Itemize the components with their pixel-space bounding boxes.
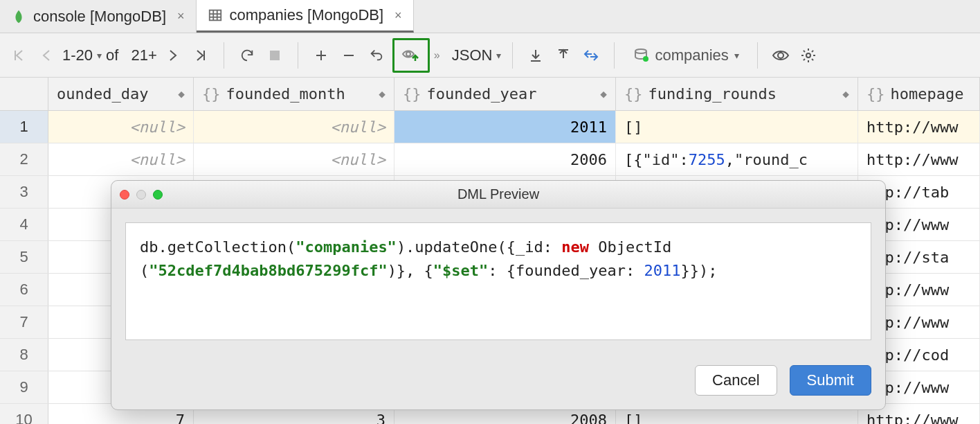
minimize-window-icon bbox=[136, 190, 146, 200]
column-header-founded-month[interactable]: {}founded_month ◆ bbox=[194, 78, 394, 110]
dml-code-preview[interactable]: db.getCollection("companies").updateOne(… bbox=[125, 222, 871, 340]
braces-icon: {} bbox=[866, 85, 885, 103]
import-button[interactable] bbox=[552, 44, 575, 67]
first-page-button[interactable] bbox=[7, 44, 30, 67]
row-number: 9 bbox=[0, 371, 48, 403]
preview-pending-button[interactable] bbox=[392, 38, 430, 73]
dialog-titlebar[interactable]: DML Preview bbox=[111, 181, 885, 209]
maximize-window-icon[interactable] bbox=[153, 190, 163, 200]
export-button[interactable] bbox=[524, 44, 547, 67]
row-number: 5 bbox=[0, 241, 48, 273]
sort-icon: ◆ bbox=[178, 87, 185, 100]
tab-bar: console [MongoDB] × companies [MongoDB] … bbox=[0, 0, 980, 33]
cell[interactable]: 2011 bbox=[394, 111, 616, 143]
compare-button[interactable] bbox=[579, 44, 603, 67]
stop-button[interactable] bbox=[263, 44, 287, 67]
svg-point-7 bbox=[635, 49, 646, 53]
svg-point-9 bbox=[778, 53, 783, 58]
page-range: 1-20 bbox=[62, 46, 93, 64]
column-header-funding-rounds[interactable]: {}funding_rounds ◆ bbox=[616, 78, 858, 110]
tab-label: console [MongoDB] bbox=[33, 8, 166, 26]
cell[interactable]: <null> bbox=[194, 111, 394, 143]
braces-icon: {} bbox=[202, 85, 221, 103]
close-window-icon[interactable] bbox=[120, 190, 129, 200]
column-header-founded-year[interactable]: {}founded_year ◆ bbox=[394, 78, 616, 110]
sort-icon: ◆ bbox=[379, 87, 385, 100]
cell[interactable]: 2006 bbox=[394, 143, 616, 175]
braces-icon: {} bbox=[403, 85, 421, 103]
cell[interactable]: http://www bbox=[858, 143, 980, 175]
mongo-leaf-icon bbox=[11, 9, 26, 24]
svg-point-10 bbox=[806, 53, 810, 58]
schema-selector[interactable]: companies ▾ bbox=[626, 44, 745, 67]
add-row-button[interactable] bbox=[309, 44, 333, 67]
table-row[interactable]: 1<null><null>2011[]http://www bbox=[0, 111, 980, 143]
row-number: 8 bbox=[0, 339, 48, 371]
table-row[interactable]: 2<null><null>2006[{"id": 7255, "round_ch… bbox=[0, 143, 980, 176]
dialog-title: DML Preview bbox=[111, 186, 885, 202]
cell[interactable]: [{"id": 7255, "round_c bbox=[616, 143, 858, 175]
chevron-down-icon: ▾ bbox=[496, 50, 501, 61]
tab-companies[interactable]: companies [MongoDB] × bbox=[197, 0, 414, 33]
braces-icon: {} bbox=[624, 85, 643, 103]
close-icon[interactable]: × bbox=[177, 9, 185, 24]
refresh-button[interactable] bbox=[235, 44, 259, 67]
row-number: 1 bbox=[0, 111, 48, 143]
dml-preview-dialog: DML Preview db.getCollection("companies"… bbox=[111, 180, 886, 410]
prev-page-button[interactable] bbox=[35, 44, 58, 67]
toolbar: 1-20 ▾ of 21+ » JSON ▾ com bbox=[0, 33, 980, 78]
row-number: 6 bbox=[0, 274, 48, 306]
row-number: 3 bbox=[0, 176, 48, 208]
overflow-icon[interactable]: » bbox=[434, 49, 438, 62]
column-header-homepage[interactable]: {}homepage bbox=[858, 78, 980, 110]
rownum-header bbox=[0, 78, 48, 110]
view-format-dropdown[interactable]: JSON ▾ bbox=[452, 46, 502, 64]
svg-point-6 bbox=[406, 52, 410, 56]
row-number: 7 bbox=[0, 306, 48, 338]
column-header-founded-day[interactable]: ounded_day ◆ bbox=[48, 78, 194, 110]
cell[interactable]: http://www bbox=[858, 111, 980, 143]
tab-console[interactable]: console [MongoDB] × bbox=[0, 0, 197, 33]
chevron-down-icon: ▾ bbox=[734, 50, 739, 61]
datasource-icon bbox=[633, 47, 649, 64]
table-icon bbox=[208, 8, 223, 23]
close-icon[interactable]: × bbox=[394, 8, 402, 23]
submit-button[interactable]: Submit bbox=[790, 365, 871, 396]
row-number: 4 bbox=[0, 209, 48, 240]
svg-rect-0 bbox=[209, 10, 221, 21]
cell[interactable]: <null> bbox=[48, 143, 194, 175]
grid-header: ounded_day ◆ {}founded_month ◆ {}founded… bbox=[0, 78, 980, 111]
last-page-button[interactable] bbox=[189, 44, 212, 67]
page-of: of 21+ bbox=[106, 46, 157, 64]
view-mode-button[interactable] bbox=[769, 44, 792, 67]
tab-label: companies [MongoDB] bbox=[230, 6, 384, 24]
cancel-button[interactable]: Cancel bbox=[695, 365, 777, 396]
page-range-dropdown[interactable]: 1-20 ▾ bbox=[62, 46, 102, 64]
row-number: 2 bbox=[0, 143, 48, 175]
cell[interactable]: <null> bbox=[48, 111, 194, 143]
sort-icon: ◆ bbox=[842, 87, 849, 100]
chevron-down-icon: ▾ bbox=[97, 50, 102, 61]
settings-button[interactable] bbox=[797, 44, 820, 67]
cell[interactable]: <null> bbox=[194, 143, 394, 175]
cell[interactable]: [] bbox=[616, 111, 858, 143]
window-controls bbox=[120, 190, 163, 200]
row-number: 10 bbox=[0, 404, 48, 424]
sort-icon: ◆ bbox=[600, 87, 607, 100]
remove-row-button[interactable] bbox=[337, 44, 361, 67]
next-page-button[interactable] bbox=[161, 44, 185, 67]
svg-point-8 bbox=[643, 56, 648, 62]
svg-rect-5 bbox=[270, 51, 280, 60]
revert-button[interactable] bbox=[365, 44, 388, 67]
